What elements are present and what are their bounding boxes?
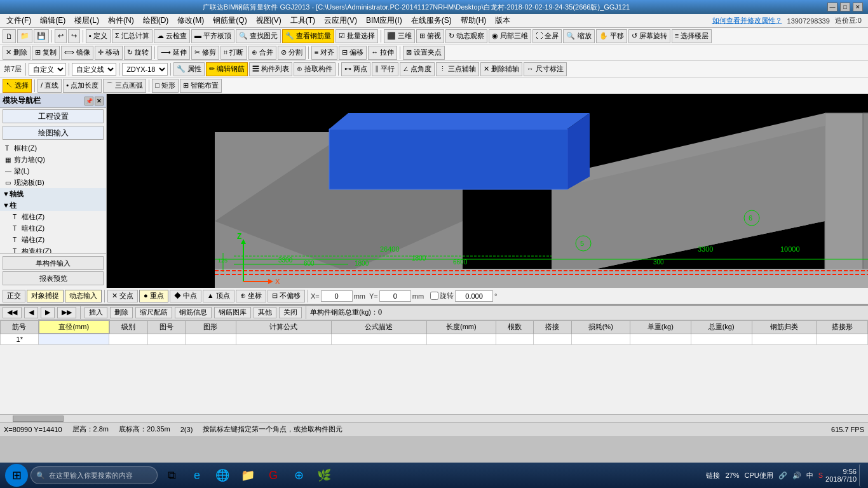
explorer-btn[interactable]: 📁 bbox=[236, 464, 259, 487]
tb-level-plate[interactable]: ▬ 平齐板顶 bbox=[191, 29, 234, 43]
line-select[interactable]: 自定义线 bbox=[72, 63, 116, 76]
tb-line[interactable]: / 直线 bbox=[37, 79, 62, 93]
tb-define[interactable]: ▪ 定义 bbox=[86, 29, 111, 43]
bt-close[interactable]: 关闭 bbox=[279, 307, 302, 318]
tb-align[interactable]: ≡ 对齐 bbox=[311, 46, 337, 60]
nav-pin-btn[interactable]: 📌 bbox=[85, 97, 93, 105]
tb-3d[interactable]: ⬛ 三维 bbox=[384, 29, 415, 43]
taskview-btn[interactable]: ⧉ bbox=[160, 464, 183, 487]
tb-view-rebar[interactable]: 🔧 查看钢筋量 bbox=[282, 29, 334, 43]
tb-three-axis[interactable]: ⋮ 三点辅轴 bbox=[436, 62, 479, 76]
menu-version[interactable]: 版本 bbox=[491, 14, 514, 27]
menu-rebar-qty[interactable]: 钢筋量(Q) bbox=[209, 14, 250, 27]
tb-offset[interactable]: ⊟ 偏移 bbox=[339, 46, 367, 60]
bt-delete[interactable]: 删除 bbox=[110, 307, 133, 318]
snap-dynamic[interactable]: 动态输入 bbox=[65, 290, 102, 302]
tb-del-axis[interactable]: ✕ 删除辅轴 bbox=[480, 62, 522, 76]
glodon-btn[interactable]: G bbox=[262, 464, 285, 487]
y-input[interactable] bbox=[379, 290, 411, 302]
tb-two-points[interactable]: ⊷ 两点 bbox=[341, 62, 370, 76]
start-button[interactable]: ⊞ bbox=[5, 464, 28, 487]
menu-help[interactable]: 帮助(H) bbox=[457, 14, 491, 27]
menu-edit[interactable]: 编辑(E) bbox=[36, 14, 69, 27]
snap-vertex[interactable]: ▲ 顶点 bbox=[203, 290, 234, 302]
tb-screen-rotate[interactable]: ↺ 屏幕旋转 bbox=[628, 29, 670, 43]
tb-properties[interactable]: 🔧 属性 bbox=[173, 62, 205, 76]
tb-fullscreen[interactable]: ⛶ 全屏 bbox=[532, 29, 562, 43]
menu-modify[interactable]: 修改(M) bbox=[173, 14, 208, 27]
menu-file[interactable]: 文件(F) bbox=[3, 14, 35, 27]
tb-merge[interactable]: ⊕ 合并 bbox=[248, 46, 276, 60]
nav-draw-input[interactable]: 绘图输入 bbox=[3, 126, 104, 140]
tb-open[interactable]: 📁 bbox=[17, 29, 32, 43]
menu-floor[interactable]: 楼层(L) bbox=[71, 14, 103, 27]
bt-prev[interactable]: ◀ bbox=[24, 307, 38, 318]
minimize-button[interactable]: — bbox=[827, 3, 837, 11]
tb-copy[interactable]: ⊞ 复制 bbox=[32, 46, 60, 60]
bt-scale[interactable]: 缩尺配筋 bbox=[135, 307, 172, 318]
tb-top-view[interactable]: ⊞ 俯视 bbox=[416, 29, 444, 43]
type-select[interactable]: 自定义 bbox=[29, 63, 66, 76]
tb-set-anchor[interactable]: ⊠ 设置夹点 bbox=[403, 46, 445, 60]
network-btn[interactable]: ⊕ bbox=[287, 464, 310, 487]
tb-batch-select[interactable]: ☑ 批量选择 bbox=[336, 29, 378, 43]
rotate-input[interactable] bbox=[455, 290, 493, 302]
tb-point-length[interactable]: • 点加长度 bbox=[63, 79, 102, 93]
single-component-btn[interactable]: 单构件输入 bbox=[3, 256, 104, 270]
menu-tools[interactable]: 工具(T) bbox=[287, 14, 319, 27]
tb-move[interactable]: ✛ 移动 bbox=[95, 46, 123, 60]
tb-pick-component[interactable]: ⊕ 拾取构件 bbox=[294, 62, 336, 76]
bt-other[interactable]: 其他 bbox=[254, 307, 276, 318]
ie-btn[interactable]: 🌐 bbox=[211, 464, 234, 487]
tb-parallel[interactable]: ∥ 平行 bbox=[372, 62, 398, 76]
nav-project-setup[interactable]: 工程设置 bbox=[3, 109, 104, 123]
tb-undo[interactable]: ↩ bbox=[55, 29, 67, 43]
tb-pan[interactable]: ✋ 平移 bbox=[596, 29, 627, 43]
group-axis[interactable]: ▼轴线 bbox=[0, 188, 106, 200]
group-col[interactable]: ▼柱 bbox=[0, 200, 106, 211]
snap-object[interactable]: 对象捕捉 bbox=[27, 290, 64, 302]
tb-save[interactable]: 💾 bbox=[34, 29, 49, 43]
maximize-button[interactable]: □ bbox=[840, 3, 850, 11]
tb-dynamic[interactable]: ↻ 动态观察 bbox=[445, 29, 487, 43]
x-input[interactable] bbox=[321, 290, 353, 302]
report-preview-btn[interactable]: 报表预览 bbox=[3, 271, 104, 285]
tree-end-col[interactable]: T端柱(Z) bbox=[0, 234, 106, 245]
tb-cloud-check[interactable]: ☁ 云检查 bbox=[154, 29, 190, 43]
tb-delete[interactable]: ✕ 删除 bbox=[3, 46, 31, 60]
snap-no-offset[interactable]: ⊟ 不偏移 bbox=[268, 290, 305, 302]
tree-struct-col[interactable]: T构造柱(Z) bbox=[0, 245, 106, 253]
menu-view[interactable]: 视图(V) bbox=[252, 14, 285, 27]
tree-frame-col[interactable]: T框柱(Z) bbox=[0, 211, 106, 222]
tb-angle-point[interactable]: ∠ 点角度 bbox=[400, 62, 435, 76]
tb-find[interactable]: 🔍 查找图元 bbox=[236, 29, 281, 43]
green-btn[interactable]: 🌿 bbox=[313, 464, 336, 487]
tb-select-floor[interactable]: ≡ 选择楼层 bbox=[672, 29, 712, 43]
search-box[interactable]: 🔍 在这里输入你要搜索的内容 bbox=[31, 466, 158, 484]
tb-edit-rebar[interactable]: ✏ 编辑钢筋 bbox=[206, 62, 248, 76]
tree-item-shear-wall[interactable]: ▦ 剪力墙(Q) bbox=[0, 154, 106, 165]
edge-btn[interactable]: e bbox=[186, 464, 208, 487]
tb-extend[interactable]: ⟶ 延伸 bbox=[158, 46, 190, 60]
tb-summary[interactable]: Σ 汇总计算 bbox=[112, 29, 153, 43]
tb-component-list[interactable]: ☰ 构件列表 bbox=[249, 62, 292, 76]
bt-first[interactable]: ◀◀ bbox=[3, 307, 22, 318]
snap-endpoint[interactable]: ● 重点 bbox=[139, 290, 168, 302]
tb-rotate[interactable]: ↻ 旋转 bbox=[124, 46, 152, 60]
tb-local-3d[interactable]: ◉ 局部三维 bbox=[489, 29, 531, 43]
snap-intersect[interactable]: ✕ 交点 bbox=[107, 290, 138, 302]
tb-split[interactable]: ⊘ 分割 bbox=[278, 46, 306, 60]
table-row[interactable]: 1* bbox=[1, 334, 868, 344]
table-scrollbar[interactable] bbox=[0, 414, 868, 422]
menu-component[interactable]: 构件(N) bbox=[104, 14, 138, 27]
tb-select[interactable]: ↖ 选择 bbox=[3, 79, 32, 93]
ime-label[interactable]: 中 bbox=[806, 471, 813, 480]
nav-close-btn[interactable]: ✕ bbox=[95, 97, 104, 105]
tb-stretch[interactable]: ↔ 拉伸 bbox=[368, 46, 397, 60]
bt-rebar-info[interactable]: 钢筋信息 bbox=[175, 307, 212, 318]
tree-item-frame-col[interactable]: T 框柱(Z) bbox=[0, 142, 106, 154]
bt-last[interactable]: ▶▶ bbox=[57, 307, 76, 318]
snap-coord[interactable]: ⊕ 坐标 bbox=[236, 290, 266, 302]
tb-auto-layout[interactable]: ⊞ 智能布置 bbox=[180, 79, 222, 93]
scrollbar-thumb[interactable] bbox=[13, 416, 64, 422]
